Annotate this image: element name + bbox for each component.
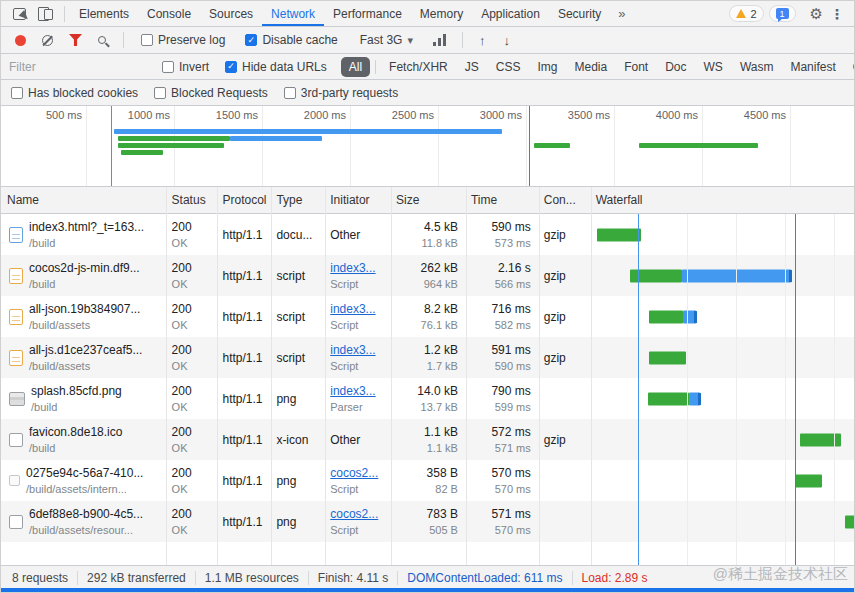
request-name-lines: favicon.8de18.ico/build <box>29 424 122 456</box>
column-header-status[interactable]: Status <box>166 193 217 207</box>
status-item: Load: 2.89 s <box>573 571 657 585</box>
hide-data-urls-checkbox[interactable]: Hide data URLs <box>225 60 327 74</box>
3rd-party-requests-checkbox[interactable]: 3rd-party requests <box>284 86 398 100</box>
filter-pill-ws[interactable]: WS <box>696 57 731 77</box>
status-item: 1.1 MB resources <box>196 571 309 585</box>
divider <box>123 32 124 48</box>
size-resource: 1.1 kB <box>390 440 458 456</box>
inspect-element-icon[interactable] <box>13 8 26 20</box>
warnings-badge[interactable]: 2 <box>729 5 763 22</box>
overview-bar <box>230 136 322 141</box>
export-har-icon[interactable]: ↓ <box>503 34 510 47</box>
initiator-link[interactable]: index3... <box>330 342 390 358</box>
tab-memory[interactable]: Memory <box>411 1 472 26</box>
filter-pill-wasm[interactable]: Wasm <box>732 57 782 77</box>
column-header-waterfall[interactable]: Waterfall <box>590 193 854 207</box>
filter-pill-doc[interactable]: Doc <box>657 57 694 77</box>
table-row[interactable]: cocos2d-js-min.df9.../build200OKhttp/1.1… <box>1 255 854 296</box>
column-header-protocol[interactable]: Protocol <box>217 193 271 207</box>
column-header-time[interactable]: Time <box>465 193 538 207</box>
network-overview[interactable]: 500 ms1000 ms1500 ms2000 ms2500 ms3000 m… <box>1 106 854 187</box>
column-header-type[interactable]: Type <box>270 193 324 207</box>
table-row[interactable]: index3.html?_t=163.../build200OKhttp/1.1… <box>1 214 854 255</box>
more-options-icon[interactable]: ⋮ <box>830 6 844 22</box>
filter-pill-fetch-xhr[interactable]: Fetch/XHR <box>381 57 456 77</box>
clear-log-icon[interactable] <box>42 35 53 46</box>
table-row[interactable]: all-json.19b384907.../build/assets200OKh… <box>1 296 854 337</box>
initiator-value: Other <box>330 432 360 448</box>
initiator-cell: cocos2...Script <box>324 460 390 501</box>
table-row[interactable]: splash.85cfd.png/build200OKhttp/1.1pngin… <box>1 378 854 419</box>
time-latency: 566 ms <box>465 276 531 292</box>
divider <box>64 6 65 22</box>
filter-pill-manifest[interactable]: Manifest <box>782 57 843 77</box>
column-header-size[interactable]: Size <box>390 193 465 207</box>
name-cell: all-json.19b384907.../build/assets <box>1 296 166 337</box>
tab-network[interactable]: Network <box>262 1 324 26</box>
has-blocked-cookies-checkbox[interactable]: Has blocked cookies <box>11 86 138 100</box>
filter-pill-img[interactable]: Img <box>529 57 565 77</box>
invert-checkbox[interactable]: Invert <box>162 60 209 74</box>
filter-pill-js[interactable]: JS <box>457 57 487 77</box>
time-latency: 582 ms <box>465 317 531 333</box>
status-code: 200 <box>172 301 217 317</box>
status-cell: 200OK <box>166 255 217 296</box>
name-cell: splash.85cfd.png/build <box>1 378 166 419</box>
content-encoding-value: gzip <box>544 309 566 325</box>
column-header-initiator[interactable]: Initiator <box>324 193 390 207</box>
preserve-log-checkbox[interactable]: Preserve log <box>141 33 225 47</box>
initiator-link[interactable]: index3... <box>330 383 390 399</box>
initiator-link[interactable]: cocos2... <box>330 465 390 481</box>
table-row[interactable]: favicon.8de18.ico/build200OKhttp/1.1x-ic… <box>1 419 854 460</box>
tab-application[interactable]: Application <box>472 1 549 26</box>
more-panels-icon[interactable]: » <box>618 6 625 21</box>
tab-console[interactable]: Console <box>138 1 200 26</box>
checkbox-box <box>162 61 174 73</box>
filter-pill-font[interactable]: Font <box>616 57 656 77</box>
table-row[interactable]: 0275e94c-56a7-410.../build/assets/intern… <box>1 460 854 501</box>
waterfall-bar <box>795 474 822 487</box>
content-encoding-cell: gzip <box>538 255 590 296</box>
column-header-name[interactable]: Name <box>1 193 166 207</box>
table-row[interactable]: 6def88e8-b900-4c5.../build/assets/resour… <box>1 501 854 542</box>
overview-bar <box>639 143 758 148</box>
network-conditions-icon[interactable] <box>433 34 447 46</box>
filter-input[interactable] <box>9 60 154 74</box>
import-har-icon[interactable]: ↑ <box>479 34 486 47</box>
filter-pill-all[interactable]: All <box>341 57 370 77</box>
tab-performance[interactable]: Performance <box>324 1 411 26</box>
protocol-value: http/1.1 <box>223 227 263 243</box>
waterfall-cell <box>590 501 854 542</box>
time-latency: 570 ms <box>465 522 531 538</box>
throttling-select[interactable]: Fast 3G <box>360 33 413 47</box>
filter-icon[interactable] <box>69 34 82 46</box>
filter-pill-media[interactable]: Media <box>566 57 615 77</box>
device-toolbar-icon[interactable] <box>38 7 53 20</box>
filter-pill-other[interactable]: Other <box>845 57 855 77</box>
size-transferred: 1.1 kB <box>390 424 458 440</box>
record-button[interactable] <box>15 35 26 46</box>
protocol-cell: http/1.1 <box>217 501 271 542</box>
type-cell: png <box>270 460 324 501</box>
status-cell: 200OK <box>166 378 217 419</box>
protocol-value: http/1.1 <box>223 350 263 366</box>
tab-security[interactable]: Security <box>549 1 610 26</box>
table-row[interactable]: all-js.d1ce237ceaf5.../build/assets200OK… <box>1 337 854 378</box>
network-filter-bar: Invert Hide data URLs AllFetch/XHRJSCSSI… <box>1 54 854 80</box>
content-encoding-value: gzip <box>544 268 566 284</box>
disable-cache-checkbox[interactable]: Disable cache <box>245 33 337 47</box>
request-name-lines: index3.html?_t=163.../build <box>29 219 144 251</box>
column-header-con[interactable]: Con... <box>538 193 590 207</box>
protocol-cell: http/1.1 <box>217 378 271 419</box>
settings-gear-icon[interactable]: ⚙ <box>810 6 823 21</box>
request-path: /build/assets <box>29 317 140 333</box>
initiator-link[interactable]: index3... <box>330 301 390 317</box>
issues-badge[interactable]: 1 <box>769 5 796 22</box>
tab-sources[interactable]: Sources <box>200 1 262 26</box>
blocked-requests-checkbox[interactable]: Blocked Requests <box>154 86 268 100</box>
search-icon[interactable] <box>98 36 106 44</box>
tab-elements[interactable]: Elements <box>70 1 138 26</box>
filter-pill-css[interactable]: CSS <box>488 57 529 77</box>
initiator-link[interactable]: cocos2... <box>330 506 390 522</box>
initiator-link[interactable]: index3... <box>330 260 390 276</box>
